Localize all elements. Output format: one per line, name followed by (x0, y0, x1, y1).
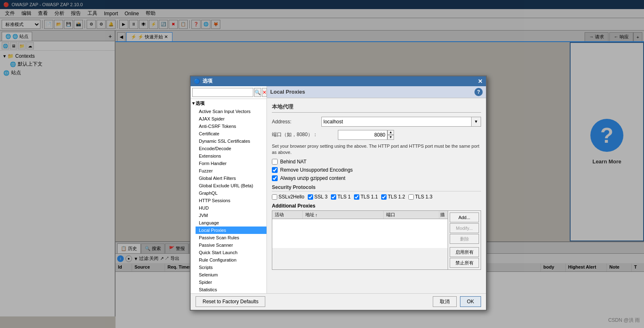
dialog-tree-item[interactable]: Anti-CSRF Tokens (196, 123, 267, 130)
dialog-tree-item[interactable]: Language (196, 219, 267, 227)
tree-expand-icon: ▾ (192, 101, 195, 106)
port-row: 端口（如，8080）： ▲ ▼ (272, 130, 481, 140)
port-up-btn[interactable]: ▲ (387, 130, 394, 135)
protocol-row: SSLv2Hello SSL 3 TLS 1 TLS 1.1 (272, 194, 481, 200)
dialog-tree-item[interactable]: Selenium (196, 271, 267, 278)
help-icon-btn[interactable]: ? (474, 88, 483, 96)
reset-defaults-btn[interactable]: Reset to Factory Defaults (196, 296, 265, 307)
col-address[interactable]: 地址 ↑ (303, 211, 384, 219)
ok-btn[interactable]: OK (460, 296, 481, 307)
tls1-checkbox[interactable] (331, 194, 336, 200)
dialog-tree-item[interactable]: Fuzzer (196, 167, 267, 175)
dialog-tree-items: Active Scan Input VectorsAJAX SpiderAnti… (191, 108, 267, 293)
dialog-footer: Reset to Factory Defaults 取消 OK (191, 293, 486, 310)
address-input-container: ▼ (321, 117, 481, 127)
dialog-tree-item[interactable]: HTTP Sessions (196, 197, 267, 204)
tree-root[interactable]: ▾ 选项 (191, 99, 267, 108)
dialog-panel-title: Local Proxies (270, 89, 305, 95)
dialog-footer-left: Reset to Factory Defaults (196, 296, 433, 307)
dialog-tree-item[interactable]: GraphQL (196, 189, 267, 197)
port-label: 端口（如，8080）： (272, 131, 338, 138)
address-input[interactable] (321, 117, 471, 127)
dialog-tree-item[interactable]: Quick Start Launch (196, 249, 267, 256)
clear-search-btn[interactable]: ✕ (262, 88, 267, 97)
dialog-tree-item[interactable]: Global Alert Filters (196, 175, 267, 182)
tls11-checkbox[interactable] (354, 194, 359, 200)
ssl3-label: SSL 3 (308, 194, 328, 200)
additional-proxies-label: Additional Proxies (272, 203, 481, 209)
modal-overlay: 🔵 选项 ✕ 🔍 ✕ ▾ 选项 Active Scan Inp (0, 0, 644, 328)
address-dropdown-btn[interactable]: ▼ (471, 117, 481, 127)
remove-unsupported-checkbox[interactable] (272, 167, 278, 173)
dialog-tree-item[interactable]: Certificate (196, 130, 267, 137)
dialog-content-panel: Local Proxies ? 本地代理 Address: ▼ (267, 86, 486, 293)
port-spinner: ▲ ▼ (338, 130, 394, 140)
remove-unsupported-label: Remove Unsupported Encodings (280, 167, 353, 173)
cancel-btn[interactable]: 取消 (433, 296, 457, 307)
dialog-content-header: Local Proxies ? (267, 86, 486, 98)
dialog-tree-item[interactable]: Extensions (196, 152, 267, 160)
search-icon-btn[interactable]: 🔍 (254, 88, 261, 97)
btn-spacer (450, 245, 479, 246)
dialog-tree-item[interactable]: Active Scan Input Vectors (196, 108, 267, 115)
address-label: Address: (272, 119, 321, 125)
dialog-tree-item[interactable]: Local Proxies (196, 227, 267, 234)
modify-proxy-btn[interactable]: Modify... (450, 223, 479, 233)
remove-unsupported-row: Remove Unsupported Encodings (272, 167, 481, 173)
dialog-tree-item[interactable]: Passive Scanner (196, 241, 267, 249)
col-active: 活动 (272, 211, 303, 219)
behind-nat-checkbox[interactable] (272, 159, 278, 165)
delete-proxy-btn[interactable]: 删除 (450, 234, 479, 244)
options-dialog: 🔵 选项 ✕ 🔍 ✕ ▾ 选项 Active Scan Inp (190, 76, 487, 311)
enable-all-btn[interactable]: 启用所有 (450, 247, 479, 257)
proxy-hint-text: Set your browser proxy setting using the… (272, 143, 481, 156)
always-unzip-row: Always unzip gzipped content (272, 175, 481, 181)
tls1-label: TLS 1 (331, 194, 351, 200)
dialog-tree-item[interactable]: Statistics (196, 286, 267, 293)
dialog-tree-item[interactable]: HUD (196, 204, 267, 212)
disable-all-btn[interactable]: 禁止所有 (450, 258, 479, 268)
tls13-checkbox[interactable] (408, 194, 414, 200)
dialog-tree-item[interactable]: Global Exclude URL (Beta) (196, 182, 267, 189)
behind-nat-label: Behind NAT (280, 159, 307, 165)
dialog-tree-item[interactable]: Passive Scan Rules (196, 234, 267, 241)
dialog-content-body: 本地代理 Address: ▼ 端口（如，8080）： (267, 98, 486, 293)
always-unzip-checkbox[interactable] (272, 175, 278, 181)
security-protocols-title: Security Protocols (272, 184, 481, 191)
behind-nat-row: Behind NAT (272, 159, 481, 165)
col-port: 端口 (384, 211, 439, 219)
sort-icon: ↑ (315, 212, 318, 217)
dialog-icon: 🔵 (194, 78, 200, 84)
proxies-actions: Add... Modify... 删除 启用所有 禁止所有 (448, 211, 481, 269)
proxies-table-header: 活动 地址 ↑ 端口 描 (272, 211, 448, 219)
dialog-tree-item[interactable]: JVM (196, 212, 267, 219)
dialog-tree-item[interactable]: Form Handler (196, 160, 267, 167)
port-down-btn[interactable]: ▼ (387, 135, 394, 140)
dialog-tree-item[interactable]: Scripts (196, 264, 267, 271)
col-desc: 描 (439, 211, 448, 219)
dialog-body: 🔍 ✕ ▾ 选项 Active Scan Input VectorsAJAX S… (191, 86, 486, 293)
dialog-tree-item[interactable]: Spider (196, 278, 267, 286)
dialog-close-btn[interactable]: ✕ (478, 78, 483, 85)
watermark: CSDN @洪 雨 (608, 317, 640, 324)
dialog-tree-item[interactable]: Dynamic SSL Certificates (196, 137, 267, 145)
dialog-tree-item[interactable]: Encode/Decode (196, 145, 267, 152)
dialog-titlebar: 🔵 选项 ✕ (191, 76, 486, 86)
additional-proxies-container: 活动 地址 ↑ 端口 描 Add... Modify... (272, 210, 481, 270)
tls12-checkbox[interactable] (381, 194, 387, 200)
address-row: Address: ▼ (272, 117, 481, 127)
dialog-search-input[interactable] (192, 88, 253, 97)
sslv2-label: SSLv2Hello (272, 194, 304, 200)
port-spin-buttons: ▲ ▼ (387, 130, 394, 140)
ssl3-checkbox[interactable] (308, 194, 313, 200)
sslv2-checkbox[interactable] (272, 194, 277, 200)
add-proxy-btn[interactable]: Add... (450, 212, 479, 222)
always-unzip-label: Always unzip gzipped content (280, 175, 345, 181)
local-proxies-section-title: 本地代理 (272, 103, 481, 113)
port-input[interactable] (338, 130, 387, 140)
tls13-label: TLS 1.3 (408, 194, 432, 200)
dialog-tree-item[interactable]: AJAX Spider (196, 115, 267, 123)
dialog-tree-item[interactable]: Rule Configuration (196, 256, 267, 264)
dialog-title: 选项 (203, 78, 478, 85)
tls11-label: TLS 1.1 (354, 194, 378, 200)
